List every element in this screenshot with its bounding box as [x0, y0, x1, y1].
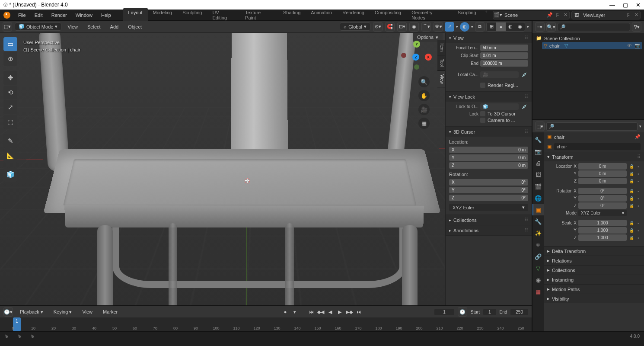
prev-keyframe-icon[interactable]: ◆◀: [316, 308, 325, 316]
lock-to-object-field[interactable]: 🧊: [480, 103, 519, 110]
nav-gizmo[interactable]: Y X Z: [401, 41, 432, 72]
ptab-world[interactable]: 🌐: [532, 192, 544, 204]
viewlayer-selector[interactable]: 🖼 ViewLayer ⎘ ✕: [571, 11, 641, 19]
menu-render[interactable]: Render: [48, 11, 70, 19]
visibility-icon[interactable]: 👁▾: [434, 22, 443, 32]
viewlayer-delete-icon[interactable]: ✕: [632, 12, 640, 18]
perspective-toggle-icon[interactable]: ▦: [418, 118, 430, 129]
gizmo-dropdown-icon[interactable]: ▾: [456, 25, 458, 29]
scene-browse-icon[interactable]: 🎬▾: [493, 12, 503, 18]
preview-range-icon[interactable]: 🕐: [458, 307, 467, 317]
props-editor-type-icon[interactable]: ⬚▾: [535, 122, 545, 131]
scene-name[interactable]: Scene: [503, 13, 546, 18]
ptab-material[interactable]: ◉: [532, 274, 544, 285]
lock-icon[interactable]: 🔓: [628, 164, 634, 169]
focal-length-field[interactable]: 50 mm: [480, 45, 528, 51]
maximize-icon[interactable]: ▢: [623, 2, 628, 8]
outliner-display-mode-icon[interactable]: ≡▾: [535, 22, 545, 32]
transform-section-header[interactable]: ▾Transform⠿: [544, 152, 644, 161]
scene-delete-icon[interactable]: ✕: [561, 12, 569, 18]
gizmo-neg-x[interactable]: [401, 53, 406, 58]
vp-menu-add[interactable]: Add: [107, 23, 122, 31]
outliner-view-icon[interactable]: 🔍▾: [546, 22, 556, 32]
minimize-icon[interactable]: —: [609, 2, 615, 8]
render-region-checkbox[interactable]: Render Regi...: [480, 83, 518, 88]
scale-z-field[interactable]: 1.000: [578, 234, 627, 241]
viewlayer-name[interactable]: ViewLayer: [581, 13, 625, 18]
tl-marker-menu[interactable]: Marker: [99, 308, 121, 316]
lock-icon[interactable]: 🔓: [628, 236, 634, 240]
ptab-tool[interactable]: 🔧: [532, 134, 544, 145]
gizmo-toggle-icon[interactable]: ↗: [445, 22, 454, 32]
tool-move[interactable]: ✥: [3, 71, 17, 85]
cursor-rotation-mode[interactable]: XYZ Euler▾: [449, 204, 528, 211]
ptab-render[interactable]: 📷: [532, 146, 544, 157]
tab-scripting[interactable]: Scripting: [453, 8, 481, 22]
cursor-loc-y[interactable]: Y0 m: [449, 154, 528, 161]
ptab-output[interactable]: 🖨: [532, 157, 544, 169]
pin-icon[interactable]: 📌: [634, 134, 641, 140]
zoom-icon[interactable]: 🔍: [418, 76, 430, 87]
tool-rotate[interactable]: ⟲: [3, 86, 17, 99]
clip-end-field[interactable]: 100000 m: [480, 60, 528, 67]
props-search[interactable]: 🔎: [546, 122, 638, 131]
viewport-3d[interactable]: ▭ ⊕ ✥ ⟲ ⤢ ⬚ ✎ 📐 🧊 User Perspective (1) S…: [0, 33, 532, 305]
tool-add-cube[interactable]: 🧊: [3, 168, 17, 182]
tab-layout[interactable]: Layout: [123, 8, 148, 22]
menu-help[interactable]: Help: [98, 11, 115, 19]
loc-y-field[interactable]: 0 m: [578, 170, 627, 177]
menu-edit[interactable]: Edit: [31, 11, 46, 19]
lock-icon[interactable]: 🔓: [628, 172, 634, 176]
jump-start-icon[interactable]: ⏮: [307, 308, 316, 316]
ptab-data[interactable]: ▽: [532, 263, 544, 274]
scene-selector[interactable]: 🎬▾ Scene 📌 ⎘ ✕: [493, 11, 570, 19]
outliner-search[interactable]: 🔎: [558, 23, 630, 31]
motion-paths-header[interactable]: ▸Motion Paths: [544, 284, 644, 294]
eyedropper-icon[interactable]: 💉: [520, 104, 528, 109]
tl-playback-menu[interactable]: Playback ▾: [16, 308, 47, 316]
workspace-add-button[interactable]: +: [481, 8, 491, 22]
ptab-physics[interactable]: ⚛: [532, 239, 544, 250]
tab-rendering[interactable]: Rendering: [337, 8, 370, 22]
camera-to-view-checkbox[interactable]: Camera to ...: [480, 118, 515, 123]
lock-icon[interactable]: 🔓: [628, 204, 634, 208]
visibility-header[interactable]: ▸Visibility: [544, 294, 644, 303]
overlay-dropdown-icon[interactable]: ▾: [471, 25, 473, 29]
tool-annotate[interactable]: ✎: [3, 134, 17, 148]
tl-keying-menu[interactable]: Keying ▾: [50, 308, 76, 316]
loc-z-field[interactable]: 0 m: [578, 178, 627, 184]
matpreview-shading-icon[interactable]: ◐: [506, 22, 515, 31]
outliner-scene-collection[interactable]: 📁 Scene Collection: [534, 35, 642, 42]
autokey-icon[interactable]: ●: [281, 308, 290, 316]
shading-dropdown-icon[interactable]: ▾: [527, 25, 529, 29]
snap-menu-icon[interactable]: ⊡▾: [397, 22, 407, 32]
proportional-icon[interactable]: ◉: [409, 22, 419, 32]
cursor-loc-x[interactable]: X0 m: [449, 147, 528, 153]
disable-render-icon[interactable]: 📷: [634, 43, 641, 48]
tool-measure[interactable]: 📐: [3, 149, 17, 163]
tab-texturepaint[interactable]: Texture Paint: [240, 8, 278, 22]
vp-menu-object[interactable]: Object: [124, 23, 145, 31]
npanel-view-header[interactable]: ▾View⠿: [446, 33, 532, 43]
lock-icon[interactable]: 🔓: [628, 179, 634, 183]
gizmo-y-axis[interactable]: Y: [413, 41, 420, 48]
viewlayer-icon[interactable]: 🖼: [572, 13, 581, 18]
tab-geonodes[interactable]: Geometry Nodes: [406, 8, 453, 22]
object-name-field[interactable]: ▣ chair: [544, 141, 644, 152]
solid-shading-icon[interactable]: ●: [496, 22, 506, 31]
xray-icon[interactable]: ⧉: [475, 22, 485, 32]
lock-icon[interactable]: 🔓: [628, 189, 634, 193]
pan-icon[interactable]: ✋: [418, 90, 430, 101]
snap-toggle-icon[interactable]: 🧲: [385, 22, 395, 32]
outliner-filter-icon[interactable]: ∇▾: [632, 22, 641, 32]
close-icon[interactable]: ✕: [636, 2, 641, 8]
tab-animation[interactable]: Animation: [306, 8, 337, 22]
ptab-modifiers[interactable]: 🔧: [532, 216, 544, 227]
collections-header[interactable]: ▸Collections: [544, 265, 644, 275]
local-camera-field[interactable]: 🎥: [480, 71, 519, 78]
tool-transform[interactable]: ⬚: [3, 115, 17, 129]
scale-y-field[interactable]: 1.000: [578, 227, 627, 234]
autokey-dropdown-icon[interactable]: ▾: [290, 308, 299, 316]
tab-modeling[interactable]: Modeling: [148, 8, 178, 22]
timeline-editor-type-icon[interactable]: 🕐▾: [3, 307, 13, 317]
